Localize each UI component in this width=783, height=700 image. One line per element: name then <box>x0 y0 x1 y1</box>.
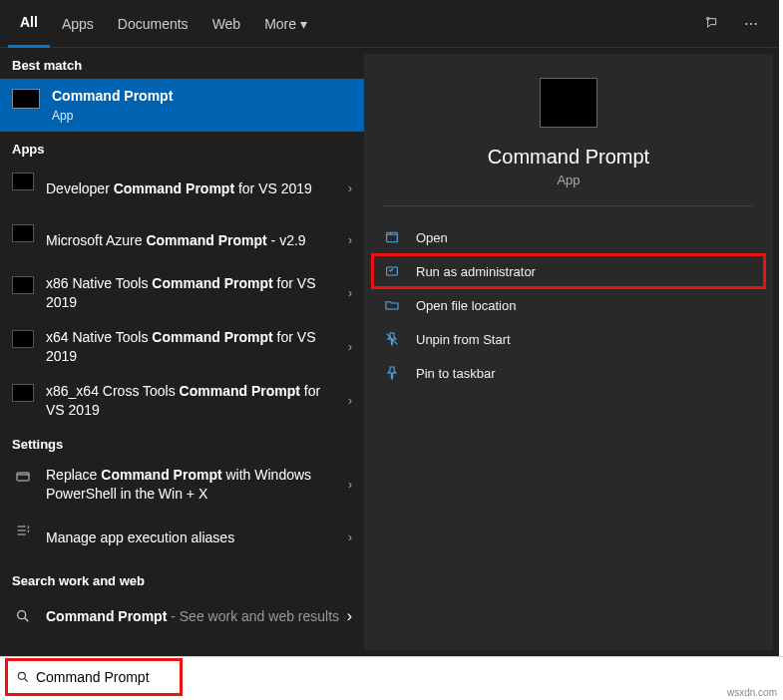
best-match-result[interactable]: Command Prompt App <box>0 79 364 132</box>
result-text: Developer Command Prompt for VS 2019 <box>46 179 340 198</box>
svg-rect-6 <box>387 232 398 241</box>
feedback-icon[interactable] <box>699 12 723 36</box>
svg-point-5 <box>18 611 26 619</box>
svg-rect-7 <box>387 267 398 275</box>
search-icon <box>16 669 30 685</box>
search-tabs: All Apps Documents Web More▾ <box>0 0 779 48</box>
chevron-right-icon: › <box>348 233 352 247</box>
taskbar-search-row <box>0 656 783 697</box>
action-label: Pin to taskbar <box>416 366 496 381</box>
panel-body: Best match Command Prompt App Apps Devel… <box>0 48 779 656</box>
action-open[interactable]: Open <box>372 220 765 254</box>
folder-icon <box>382 297 402 313</box>
search-icon <box>12 608 34 624</box>
chevron-right-icon: › <box>348 181 352 195</box>
results-column: Best match Command Prompt App Apps Devel… <box>0 48 364 656</box>
action-label: Unpin from Start <box>416 332 511 347</box>
svg-point-3 <box>755 22 757 24</box>
search-work-web-result[interactable]: Command Prompt - See work and web result… <box>0 594 364 638</box>
tab-web[interactable]: Web <box>200 0 253 48</box>
swww-suffix: - See work and web results <box>167 608 339 624</box>
settings-result[interactable]: Manage app execution aliases› <box>0 512 364 563</box>
action-label: Run as administrator <box>416 264 536 279</box>
shield-icon <box>382 263 402 279</box>
result-subtitle: App <box>52 108 352 124</box>
windows-search-panel: All Apps Documents Web More▾ Best match … <box>0 0 779 656</box>
chevron-right-icon: › <box>348 394 352 408</box>
result-text: x86 Native Tools Command Prompt for VS 2… <box>46 274 340 312</box>
preview-column: Command Prompt App Open Run as administr… <box>364 54 773 650</box>
result-title: Command Prompt <box>52 87 352 106</box>
swww-bold: Command Prompt <box>46 608 167 624</box>
result-text: Command Prompt App <box>52 87 352 124</box>
chevron-right-icon: › <box>348 530 352 544</box>
tab-all[interactable]: All <box>8 0 50 48</box>
result-text: x64 Native Tools Command Prompt for VS 2… <box>46 328 340 366</box>
search-input[interactable] <box>36 669 172 685</box>
cmd-icon <box>12 330 34 348</box>
cmd-icon <box>12 89 40 109</box>
app-result[interactable]: x86_x64 Cross Tools Command Prompt for V… <box>0 374 364 428</box>
action-list: Open Run as administrator Open file loca… <box>364 216 773 394</box>
section-best-match: Best match <box>0 48 364 79</box>
settings-list: Replace Command Prompt with Windows Powe… <box>0 458 364 563</box>
cmd-icon <box>12 173 34 190</box>
settings-result[interactable]: Replace Command Prompt with Windows Powe… <box>0 458 364 512</box>
action-pin-to-taskbar[interactable]: Pin to taskbar <box>372 356 765 390</box>
tab-label: Web <box>212 16 241 32</box>
result-text: x86_x64 Cross Tools Command Prompt for V… <box>46 382 340 420</box>
open-icon <box>382 229 402 245</box>
tab-label: More <box>264 16 296 32</box>
action-label: Open file location <box>416 298 516 313</box>
unpin-icon <box>382 331 402 347</box>
result-text: Microsoft Azure Command Prompt - v2.9 <box>46 231 340 250</box>
tabs-right-icons <box>699 12 771 36</box>
cmd-icon <box>12 224 34 242</box>
action-open-file-location[interactable]: Open file location <box>372 288 765 322</box>
tab-more[interactable]: More▾ <box>252 0 319 48</box>
svg-rect-4 <box>17 473 29 481</box>
watermark: wsxdn.com <box>727 687 777 698</box>
app-result[interactable]: x64 Native Tools Command Prompt for VS 2… <box>0 320 364 374</box>
preview-subtitle: App <box>557 173 580 187</box>
tab-label: Apps <box>62 16 94 32</box>
preview-title: Command Prompt <box>488 146 649 169</box>
app-result[interactable]: x86 Native Tools Command Prompt for VS 2… <box>0 266 364 320</box>
section-search-work-web: Search work and web <box>0 563 364 594</box>
apps-list: Developer Command Prompt for VS 2019›Mic… <box>0 163 364 427</box>
chevron-down-icon: ▾ <box>300 16 307 32</box>
tab-documents[interactable]: Documents <box>106 0 200 48</box>
cmd-icon <box>540 78 597 128</box>
divider <box>384 205 753 206</box>
tab-apps[interactable]: Apps <box>50 0 106 48</box>
chevron-right-icon: › <box>347 607 352 625</box>
action-run-as-administrator[interactable]: Run as administrator <box>372 254 765 288</box>
section-apps: Apps <box>0 132 364 163</box>
chevron-right-icon: › <box>348 478 352 492</box>
preview-header: Command Prompt App <box>364 54 773 205</box>
svg-point-1 <box>745 22 747 24</box>
taskbar-search-box[interactable] <box>8 661 180 693</box>
chevron-right-icon: › <box>348 340 352 354</box>
chevron-right-icon: › <box>348 286 352 300</box>
result-text: Manage app execution aliases <box>46 528 340 547</box>
settings-icon <box>12 522 34 539</box>
more-options-icon[interactable] <box>739 12 763 36</box>
app-result[interactable]: Developer Command Prompt for VS 2019› <box>0 163 364 214</box>
cmd-icon <box>12 276 34 294</box>
app-result[interactable]: Microsoft Azure Command Prompt - v2.9› <box>0 214 364 266</box>
cmd-icon <box>12 384 34 402</box>
tab-label: Documents <box>118 16 189 32</box>
pin-icon <box>382 365 402 381</box>
svg-point-2 <box>750 22 752 24</box>
tab-label: All <box>20 14 38 30</box>
action-label: Open <box>416 230 448 245</box>
svg-point-8 <box>18 672 25 679</box>
action-unpin-from-start[interactable]: Unpin from Start <box>372 322 765 356</box>
swww-text: Command Prompt - See work and web result… <box>46 608 347 624</box>
settings-icon <box>12 468 34 486</box>
result-text: Replace Command Prompt with Windows Powe… <box>46 466 340 504</box>
section-settings: Settings <box>0 427 364 458</box>
